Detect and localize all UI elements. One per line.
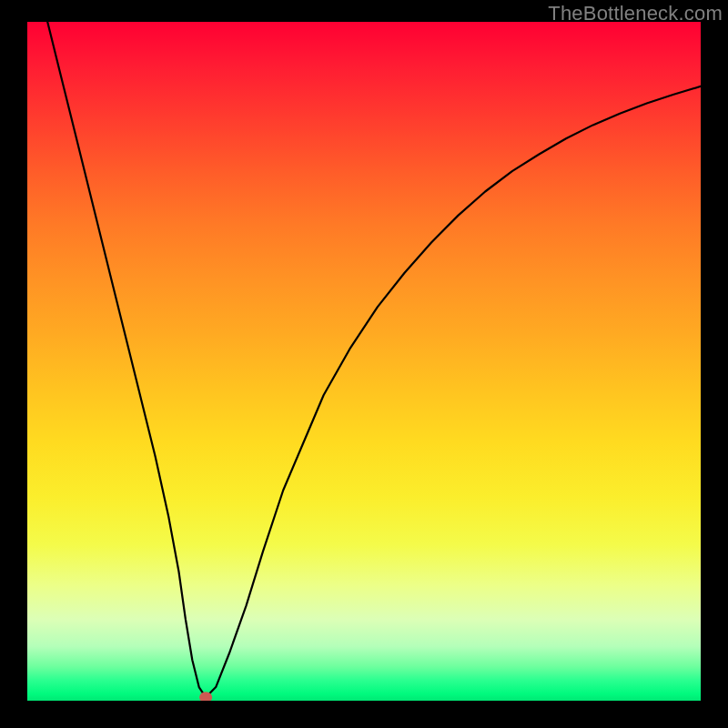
- bottleneck-curve: [47, 22, 701, 697]
- attribution-text: TheBottleneck.com: [548, 2, 723, 25]
- plot-area: [27, 22, 701, 701]
- chart-frame: TheBottleneck.com: [0, 0, 728, 728]
- curve-svg: [27, 22, 701, 701]
